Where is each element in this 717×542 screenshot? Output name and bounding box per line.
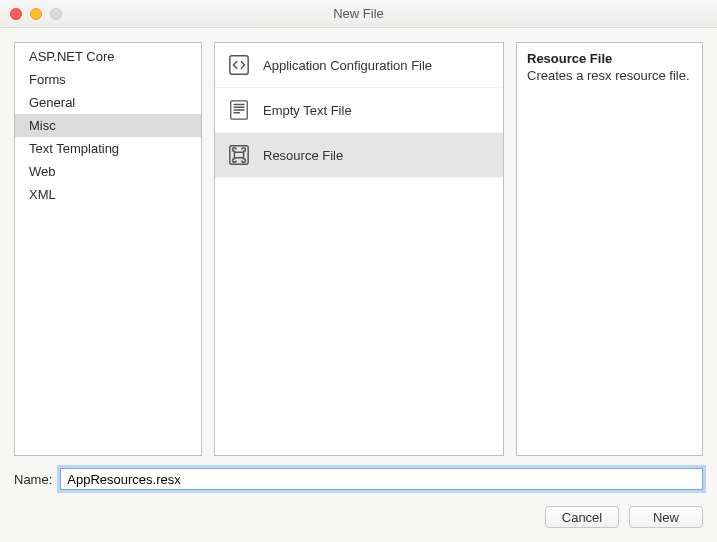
template-list: Application Configuration File Empty Tex… [215,43,503,178]
category-item-misc[interactable]: Misc [15,114,201,137]
category-item-web[interactable]: Web [15,160,201,183]
template-item-empty-text[interactable]: Empty Text File [215,88,503,133]
template-panel: Application Configuration File Empty Tex… [214,42,504,456]
command-icon [227,143,251,167]
category-panel: ASP.NET Core Forms General Misc Text Tem… [14,42,202,456]
template-item-app-config[interactable]: Application Configuration File [215,43,503,88]
template-item-label: Application Configuration File [263,58,432,73]
description-text: Creates a resx resource file. [527,68,692,83]
name-input[interactable] [60,468,703,490]
category-item-general[interactable]: General [15,91,201,114]
window-titlebar: New File [0,0,717,28]
category-item-xml[interactable]: XML [15,183,201,206]
name-label: Name: [14,472,52,487]
text-page-icon [227,98,251,122]
panels-row: ASP.NET Core Forms General Misc Text Tem… [14,42,703,456]
name-row: Name: [14,468,703,490]
template-item-label: Empty Text File [263,103,352,118]
category-item-aspnet-core[interactable]: ASP.NET Core [15,45,201,68]
new-button[interactable]: New [629,506,703,528]
angle-brackets-icon [227,53,251,77]
category-list: ASP.NET Core Forms General Misc Text Tem… [15,43,201,206]
template-item-label: Resource File [263,148,343,163]
template-item-resource-file[interactable]: Resource File [215,133,503,178]
dialog-button-row: Cancel New [545,506,703,528]
description-title: Resource File [527,51,692,66]
dialog-content: ASP.NET Core Forms General Misc Text Tem… [0,28,717,542]
cancel-button[interactable]: Cancel [545,506,619,528]
category-item-text-templating[interactable]: Text Templating [15,137,201,160]
category-item-forms[interactable]: Forms [15,68,201,91]
description-panel: Resource File Creates a resx resource fi… [516,42,703,456]
window-title: New File [0,6,717,21]
